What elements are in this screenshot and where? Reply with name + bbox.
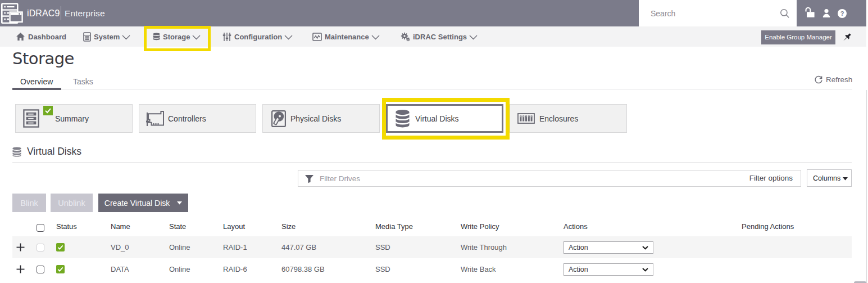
filter-drives-box: Filter options [298, 170, 801, 187]
system-icon [83, 32, 91, 42]
nav-item-storage[interactable]: Storage [153, 26, 201, 47]
filter-drives-input[interactable] [320, 170, 679, 186]
col-header-state: State [169, 219, 186, 236]
card-physical-disks[interactable]: Physical Disks [262, 104, 380, 133]
table-header: Status Name State Layout Size Media Type… [12, 219, 852, 236]
section-divider [12, 162, 852, 163]
filter-options-button[interactable]: Filter options [749, 170, 793, 186]
cell-name: DATA [111, 258, 129, 280]
cell-size: 447.07 GB [281, 236, 316, 258]
idrac-logo-icon [1, 2, 24, 25]
main-navbar: Dashboard System Storage [0, 26, 866, 47]
card-label: Virtual Disks [415, 114, 459, 123]
select-all-checkbox[interactable] [37, 224, 44, 232]
virtual-disks-section-icon [12, 147, 21, 157]
nav-item-configuration[interactable]: Configuration [222, 26, 293, 47]
chevron-down-icon [122, 35, 130, 40]
chevron-down-icon [469, 35, 478, 40]
cell-layout: RAID-6 [223, 258, 247, 280]
search-box [639, 0, 797, 26]
nav-item-label: Dashboard [28, 33, 66, 41]
status-ok-icon [56, 265, 65, 273]
enable-group-manager-button[interactable]: Enable Group Manager [761, 30, 835, 44]
page-title: Storage [12, 51, 74, 67]
cell-state: Online [169, 236, 190, 258]
section-title: Virtual Disks [27, 146, 81, 158]
card-summary[interactable]: Summary [15, 104, 133, 133]
help-icon[interactable]: ? [834, 0, 851, 26]
nav-item-idrac-settings[interactable]: iDRAC Settings [401, 26, 478, 47]
content-right-divider [866, 90, 867, 283]
header-icons: ? [797, 0, 866, 26]
gears-icon [401, 32, 410, 42]
refresh-button[interactable]: Refresh [814, 75, 852, 84]
nav-item-dashboard[interactable]: Dashboard [16, 26, 66, 47]
cell-write-policy: Write Back [461, 258, 496, 280]
expand-row-icon[interactable] [16, 243, 25, 251]
blink-button[interactable]: Blink [12, 194, 46, 212]
cell-write-policy: Write Through [461, 236, 507, 258]
status-ok-icon [56, 243, 65, 251]
nav-item-maintenance[interactable]: Maintenance [312, 26, 380, 47]
col-header-layout: Layout [223, 219, 245, 236]
action-select[interactable]: Action [563, 263, 653, 276]
home-icon [16, 32, 25, 41]
col-header-size: Size [281, 219, 296, 236]
unblink-button[interactable]: Unblink [51, 194, 93, 212]
top-header: iDRAC9 Enterprise ? [0, 0, 866, 26]
col-header-actions: Actions [563, 219, 588, 236]
physical-disks-icon [271, 110, 286, 127]
table-row: VD_0 Online RAID-1 447.07 GB SSD Write T… [12, 236, 852, 258]
summary-icon [23, 109, 39, 128]
cell-media-type: SSD [375, 258, 390, 280]
refresh-icon [814, 75, 823, 84]
brand-divider [61, 6, 61, 20]
chevron-down-icon [371, 35, 380, 40]
action-select-value: Action [569, 244, 588, 251]
nav-item-label: Configuration [234, 33, 282, 41]
idrac-storage-screen: iDRAC9 Enterprise ? [0, 0, 868, 283]
action-select-value: Action [569, 266, 588, 273]
nav-item-label: System [94, 33, 120, 41]
create-virtual-disk-label: Create Virtual Disk [104, 199, 170, 208]
chevron-down-icon [284, 35, 293, 40]
card-enclosures[interactable]: Enclosures [510, 104, 627, 133]
search-icon[interactable] [780, 8, 790, 19]
nav-item-label: Maintenance [325, 33, 369, 41]
row-checkbox[interactable] [37, 244, 44, 251]
columns-button[interactable]: Columns [807, 169, 852, 187]
card-controllers[interactable]: Controllers [139, 104, 256, 133]
expand-row-icon[interactable] [16, 265, 25, 273]
maintenance-icon [312, 33, 322, 41]
caret-down-icon [843, 177, 848, 181]
card-label: Controllers [168, 114, 206, 123]
refresh-label: Refresh [826, 75, 852, 84]
unlock-icon[interactable] [801, 0, 818, 26]
configuration-icon [222, 32, 231, 42]
card-virtual-disks[interactable]: Virtual Disks [386, 104, 503, 133]
virtual-disks-section-header: Virtual Disks [12, 146, 81, 158]
pin-icon[interactable] [841, 32, 853, 44]
columns-label: Columns [813, 174, 840, 182]
svg-text:?: ? [840, 10, 844, 17]
create-virtual-disk-button[interactable]: Create Virtual Disk [98, 194, 188, 212]
cell-state: Online [169, 258, 190, 280]
tab-tasks[interactable]: Tasks [73, 75, 93, 88]
summary-status-ok-badge [43, 106, 53, 118]
nav-item-system[interactable]: System [83, 26, 130, 47]
cell-media-type: SSD [375, 236, 390, 258]
chevron-down-icon [642, 246, 648, 250]
cell-name: VD_0 [111, 236, 129, 258]
action-select[interactable]: Action [563, 241, 653, 254]
card-label: Physical Disks [290, 114, 341, 123]
virtual-disks-icon [395, 109, 410, 128]
user-icon[interactable] [818, 0, 835, 26]
tabs-divider [12, 89, 852, 89]
nav-item-label: iDRAC Settings [413, 33, 467, 41]
row-checkbox[interactable] [37, 266, 44, 273]
nav-item-label: Storage [163, 33, 190, 41]
card-label: Summary [55, 114, 89, 123]
tab-overview[interactable]: Overview [20, 75, 53, 88]
caret-down-icon [177, 201, 182, 205]
search-input[interactable] [651, 0, 774, 26]
